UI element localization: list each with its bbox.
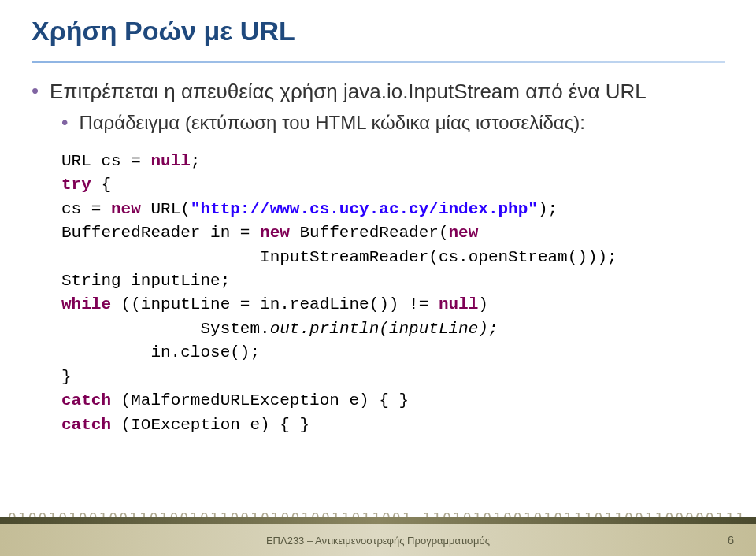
bullet-text-1: Επιτρέπεται η απευθείας χρήση java.io.In… [50, 79, 647, 106]
bullet-dot-icon: • [32, 79, 39, 103]
code-keyword: new [111, 200, 141, 218]
code-keyword: catch [61, 391, 111, 410]
code-text: System. [61, 320, 270, 338]
code-keyword: new [449, 224, 479, 242]
bullet-line-1: • Επιτρέπεται η απευθείας χρήση java.io.… [32, 79, 724, 106]
code-block: URL cs = null; try { cs = new URL("http:… [61, 150, 724, 437]
code-text: cs = [61, 200, 111, 218]
code-text: ) [478, 295, 488, 313]
footer-text: ΕΠΛ233 – Αντικειμενοστρεφής Προγραμματισ… [266, 535, 490, 547]
code-text: in.close(); [61, 343, 260, 361]
title-underline [32, 61, 724, 63]
code-keyword: new [260, 224, 290, 242]
bullet-line-2: • Παράδειγμα (εκτύπωση του HTML κώδικα μ… [61, 112, 724, 134]
code-text: URL( [141, 200, 191, 218]
code-text: { [91, 176, 111, 194]
code-keyword: null [150, 152, 190, 170]
code-text: BufferedReader in = [61, 224, 260, 242]
bullet-dot-icon: • [61, 112, 68, 134]
code-text: String inputLine; [61, 272, 230, 290]
bullet-text-2: Παράδειγμα (εκτύπωση του HTML κώδικα μία… [79, 112, 585, 134]
code-text: ; [191, 152, 201, 170]
code-keyword: while [61, 295, 111, 313]
code-keyword: null [439, 295, 478, 313]
code-text: .println(inputLine); [299, 320, 498, 338]
code-text: (MalformedURLException e) { } [111, 391, 409, 410]
code-text: ); [538, 200, 558, 218]
slide-container: Χρήση Ροών με URL • Επιτρέπεται η απευθε… [0, 0, 756, 556]
code-field: out [270, 320, 300, 338]
code-text: URL cs = [61, 152, 150, 170]
slide-title: Χρήση Ροών με URL [32, 16, 724, 46]
footer: ΕΠΛ233 – Αντικειμενοστρεφής Προγραμματισ… [0, 524, 756, 556]
code-string: "http://www.cs.ucy.ac.cy/index.php" [191, 200, 538, 218]
page-number: 6 [728, 533, 734, 547]
code-text: ((inputLine = in.readLine()) != [111, 295, 439, 313]
code-text: } [61, 368, 72, 386]
code-keyword: try [61, 176, 91, 194]
code-text: (IOException e) { } [111, 416, 309, 434]
footer-bar [0, 517, 756, 524]
code-text: BufferedReader( [290, 224, 449, 242]
code-keyword: catch [61, 416, 111, 434]
code-text: InputStreamReader(cs.openStream())); [61, 248, 617, 266]
